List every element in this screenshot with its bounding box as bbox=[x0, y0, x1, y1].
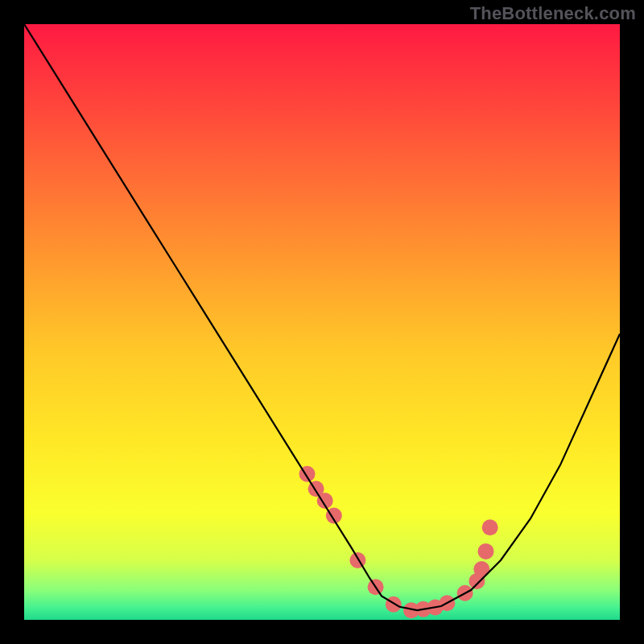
chart-svg bbox=[24, 24, 620, 620]
data-point bbox=[482, 519, 498, 535]
watermark-text: TheBottleneck.com bbox=[470, 3, 636, 24]
data-point bbox=[349, 552, 365, 568]
data-point bbox=[386, 597, 402, 613]
chart-container: TheBottleneck.com bbox=[0, 0, 644, 644]
data-point bbox=[478, 543, 494, 559]
gradient-background bbox=[24, 24, 620, 620]
plot-area bbox=[24, 24, 620, 620]
